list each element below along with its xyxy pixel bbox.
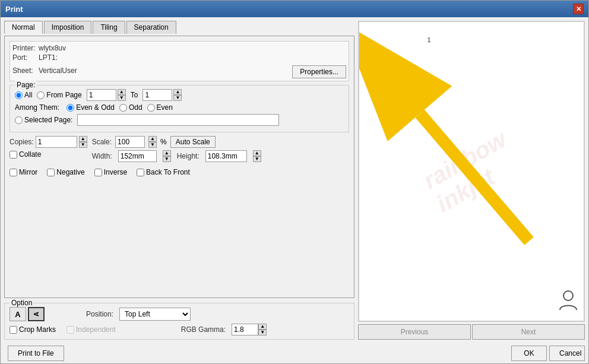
scale-input[interactable] [115,136,145,148]
port-row: Port: LPT1: [12,53,346,62]
among-them-row: Among Them: Even & Odd Odd Even [15,103,344,112]
odd-radio[interactable] [119,104,127,112]
yellow-arrow [359,22,584,321]
rgb-gamma-up[interactable]: ▲ [258,324,267,330]
selected-page-group: Selected Page: [15,116,72,124]
copies-label: Copies: [10,138,34,146]
from-page-radio[interactable] [37,91,45,99]
mirror-checkbox[interactable] [10,169,17,176]
scale-label: Scale: [92,138,112,146]
copies-scale-section: Copies: ▲ ▼ Collate [10,136,349,162]
to-page-input[interactable] [142,89,172,101]
from-page-up[interactable]: ▲ [118,89,126,95]
even-radio[interactable] [147,104,155,112]
selected-page-radio[interactable] [15,116,23,124]
height-label: Height: [177,152,200,160]
dialog-body: Normal Imposition Tiling Separation [1,17,588,343]
collate-checkbox[interactable] [10,151,17,159]
selected-page-input[interactable] [77,114,279,126]
close-button[interactable]: ✕ [573,4,584,14]
auto-scale-button[interactable]: Auto Scale [170,136,216,148]
previous-button[interactable]: Previous [358,324,471,340]
copies-up[interactable]: ▲ [79,136,87,142]
page-range-row: All From Page ▲ ▼ [15,89,344,101]
port-label: Port: [12,53,36,62]
width-input[interactable] [118,150,157,162]
left-panel: Normal Imposition Tiling Separation [4,21,354,340]
all-radio-group: All [15,91,32,99]
independent-group: Independent [66,325,116,334]
to-label: To [131,91,138,99]
inverse-checkbox[interactable] [94,169,102,176]
even-label: Even [157,103,173,112]
portrait-button[interactable]: A [10,307,26,321]
to-page-down[interactable]: ▼ [173,95,182,101]
height-input[interactable] [205,150,247,162]
scale-unit: % [160,138,167,146]
crop-marks-checkbox[interactable] [10,326,17,334]
among-label: Among Them: [15,103,59,112]
scale-down[interactable]: ▼ [148,142,157,148]
odd-group: Odd [119,103,142,112]
copies-input[interactable] [36,136,77,148]
position-select-group: Top Left Top Center Top Right Center Bot… [119,308,191,321]
even-group: Even [147,103,173,112]
sheet-value: VerticalUser [39,67,77,75]
height-up[interactable]: ▲ [253,150,261,156]
navigation-buttons: Previous Next [358,324,585,340]
width-down[interactable]: ▼ [163,156,171,162]
selected-page-row: Selected Page: [15,114,344,126]
svg-point-2 [563,291,573,300]
copies-down[interactable]: ▼ [79,142,87,148]
crop-marks-label: Crop Marks [19,325,56,334]
height-spinners: ▲ ▼ [253,150,261,162]
user-icon [559,290,578,315]
copies-spinners: ▲ ▼ [79,136,87,148]
crop-marks-group: Crop Marks [10,325,56,334]
scale-spinners: ▲ ▼ [148,136,157,148]
dialog-title: Print [5,5,23,14]
to-page-up[interactable]: ▲ [173,89,182,95]
tab-separation[interactable]: Separation [126,21,176,34]
collate-group: Collate [10,150,87,159]
width-label: Width: [92,152,112,160]
orientation-position-row: Orientation A A Position: Top Left Top C… [10,307,349,321]
independent-checkbox[interactable] [66,326,74,334]
scale-up[interactable]: ▲ [148,136,157,142]
ok-button[interactable]: OK [511,346,547,361]
main-content-box: Printer: wlytx8uv Port: LPT1: Sheet: Ver… [4,36,354,298]
all-radio[interactable] [15,91,23,99]
next-button[interactable]: Next [472,324,585,340]
scale-row: Scale: ▲ ▼ % Auto Scale [92,136,349,148]
to-page-spinners: ▲ ▼ [173,89,182,101]
back-to-front-group: Back To Front [137,168,190,176]
tab-normal[interactable]: Normal [4,21,43,34]
landscape-button[interactable]: A [28,307,45,321]
position-select[interactable]: Top Left Top Center Top Right Center Bot… [119,308,191,321]
selected-page-label: Selected Page: [24,116,72,124]
from-page-input-group: ▲ ▼ [87,89,126,101]
print-to-file-button[interactable]: Print to File [8,346,64,361]
preview-page-number: 1 [428,36,516,43]
back-to-front-checkbox[interactable] [137,169,144,176]
height-down[interactable]: ▼ [253,156,261,162]
print-dialog: Print ✕ Normal Imposition Tiling Separat… [0,0,589,364]
width-up[interactable]: ▲ [163,150,171,156]
rgb-gamma-down[interactable]: ▼ [258,330,267,335]
from-page-spinners: ▲ ▼ [118,89,126,101]
from-page-input[interactable] [87,89,116,101]
rgb-gamma-input[interactable] [232,324,258,335]
rgb-gamma-label: RGB Gamma: [181,325,226,334]
tab-imposition[interactable]: Imposition [44,21,92,34]
back-to-front-label: Back To Front [146,168,190,176]
from-page-down[interactable]: ▼ [118,95,126,101]
properties-button[interactable]: Properties... [292,65,346,78]
tab-tiling[interactable]: Tiling [93,21,125,34]
sheet-label: Sheet: [12,67,36,75]
even-odd-radio[interactable] [66,104,74,112]
svg-line-1 [420,113,529,241]
sheet-row: Sheet: VerticalUser Properties... [12,63,346,78]
cancel-button[interactable]: Cancel [549,346,585,361]
negative-checkbox[interactable] [47,169,55,176]
page-section: Page: All From Page [10,85,349,132]
